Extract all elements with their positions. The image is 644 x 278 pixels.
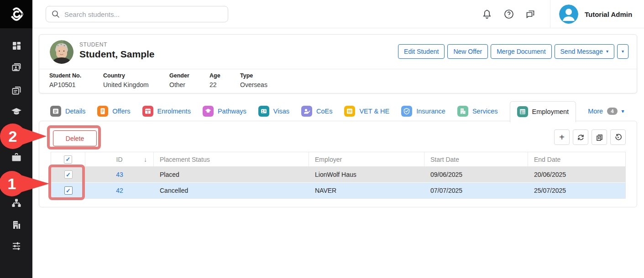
student-info-row: Student No. AP10501 Country United Kingd… <box>49 72 267 88</box>
caret-down-icon: ▾ <box>622 49 624 54</box>
search-input[interactable] <box>46 6 228 22</box>
tab-pathways[interactable]: Pathways <box>203 101 246 121</box>
employment-panel: Delete + <box>39 121 637 207</box>
column-header-id[interactable]: ID ↓ <box>85 152 154 166</box>
tab-offers[interactable]: Offers <box>97 101 130 121</box>
cell-end-date: 20/06/2025 <box>528 167 625 182</box>
row-checkbox[interactable]: ✓ <box>64 170 73 179</box>
refresh-icon <box>577 134 585 141</box>
notifications-button[interactable] <box>481 8 493 21</box>
row-checkbox-cell: ✓ <box>51 183 85 198</box>
nav-students[interactable] <box>0 59 32 75</box>
delete-button[interactable]: Delete <box>53 130 97 146</box>
cell-employer: LionWolf Haus <box>309 167 424 182</box>
add-record-button[interactable]: + <box>554 129 570 145</box>
tab-details[interactable]: Details <box>50 101 85 121</box>
cell-id: 43 <box>85 167 154 182</box>
cell-id: 42 <box>85 183 154 198</box>
employment-table: ✓ ID ↓ Placement Status Employer Start D… <box>51 152 626 199</box>
documents-icon <box>11 85 22 96</box>
nav-offers[interactable] <box>0 82 32 98</box>
refresh-button[interactable] <box>573 129 588 145</box>
select-all-checkbox[interactable]: ✓ <box>64 155 72 164</box>
student-search <box>46 6 228 22</box>
graduation-cap-icon <box>10 106 22 118</box>
record-link[interactable]: 42 <box>116 187 123 194</box>
tab-insurance[interactable]: Insurance <box>401 101 445 121</box>
tab-enrolments[interactable]: Enrolments <box>142 101 191 121</box>
merge-document-button[interactable]: Merge Document <box>491 44 551 59</box>
copy-icon <box>596 134 603 141</box>
table-row[interactable]: ✓ 43 Placed LionWolf Haus 09/06/2025 20/… <box>51 167 625 183</box>
cell-placement-status: Cancelled <box>154 183 309 198</box>
tab-visas[interactable]: Visas <box>258 101 289 121</box>
send-message-button[interactable]: Send Message▾ <box>555 44 614 59</box>
topbar-divider <box>550 0 550 28</box>
nav-courses[interactable] <box>0 104 32 119</box>
sliders-icon <box>11 240 22 251</box>
vet-he-icon <box>344 106 355 117</box>
more-actions-button[interactable]: ▾ <box>617 44 628 59</box>
pathways-icon <box>203 106 214 117</box>
tab-more[interactable]: More 4 ▾ <box>588 101 624 121</box>
student-photo <box>50 40 73 64</box>
chat-bubbles-icon <box>525 9 536 20</box>
grid-toolbar: + <box>554 129 626 145</box>
caret-down-icon: ▾ <box>606 49 608 54</box>
row-checkbox-cell: ✓ <box>51 167 85 182</box>
history-button[interactable] <box>610 129 626 145</box>
column-header-start-date[interactable]: Start Date <box>424 152 528 166</box>
user-avatar-icon <box>559 5 578 24</box>
employment-icon <box>517 106 528 117</box>
record-type-label: STUDENT <box>79 41 107 48</box>
edit-student-button[interactable]: Edit Student <box>398 44 445 59</box>
new-offer-button[interactable]: New Offer <box>447 44 488 59</box>
card-divider <box>39 69 637 69</box>
user-name: Tutorial Admin <box>585 0 632 28</box>
column-header-employer[interactable]: Employer <box>309 152 424 166</box>
tab-vet-he[interactable]: VET & HE <box>344 101 389 121</box>
row-checkbox[interactable]: ✓ <box>64 186 73 195</box>
student-photo-image <box>50 40 73 64</box>
tab-employment[interactable]: Employment <box>510 101 576 122</box>
sort-desc-icon[interactable]: ↓ <box>144 156 147 163</box>
history-icon <box>614 134 622 141</box>
nav-employers[interactable] <box>0 149 32 165</box>
visas-icon <box>258 106 269 117</box>
enrolments-icon <box>142 106 153 117</box>
student-tabs: Details Offers Enrolments Pathways Visas <box>39 101 637 121</box>
table-row[interactable]: ✓ 42 Cancelled NAVER 07/07/2025 25/07/20… <box>51 183 625 199</box>
brand-logo-icon <box>8 5 25 23</box>
nav-dashboard[interactable] <box>0 38 32 53</box>
offers-icon <box>97 106 108 117</box>
more-count-badge: 4 <box>607 108 617 115</box>
building-icon <box>11 219 22 230</box>
search-icon <box>52 10 60 18</box>
details-icon <box>50 106 61 117</box>
messages-button[interactable] <box>524 8 537 21</box>
student-card-icon <box>11 62 22 72</box>
column-header-placement-status[interactable]: Placement Status <box>154 152 309 166</box>
info-type: Type Overseas <box>240 72 267 88</box>
record-link[interactable]: 43 <box>116 171 123 178</box>
nav-organisations[interactable] <box>0 217 32 232</box>
cell-placement-status: Placed <box>154 167 309 182</box>
tab-coes[interactable]: CoEs <box>301 101 332 121</box>
app-logo[interactable] <box>0 0 32 28</box>
topbar: Tutorial Admin <box>32 0 644 28</box>
dashboard-icon <box>11 40 22 51</box>
insurance-icon <box>401 106 412 117</box>
user-menu[interactable] <box>559 5 578 24</box>
nav-agents[interactable] <box>0 195 32 211</box>
cell-end-date: 25/07/2025 <box>528 183 625 198</box>
info-student-no: Student No. AP10501 <box>49 72 103 88</box>
help-circle-icon <box>503 9 514 20</box>
help-button[interactable] <box>503 8 515 21</box>
tab-services[interactable]: Services <box>457 101 498 121</box>
column-header-end-date[interactable]: End Date <box>528 152 625 166</box>
nav-settings[interactable] <box>0 238 32 253</box>
duplicate-button[interactable] <box>592 129 607 145</box>
select-all-checkbox-cell: ✓ <box>51 152 85 166</box>
coes-icon <box>301 106 312 117</box>
cell-start-date: 07/07/2025 <box>424 183 528 198</box>
